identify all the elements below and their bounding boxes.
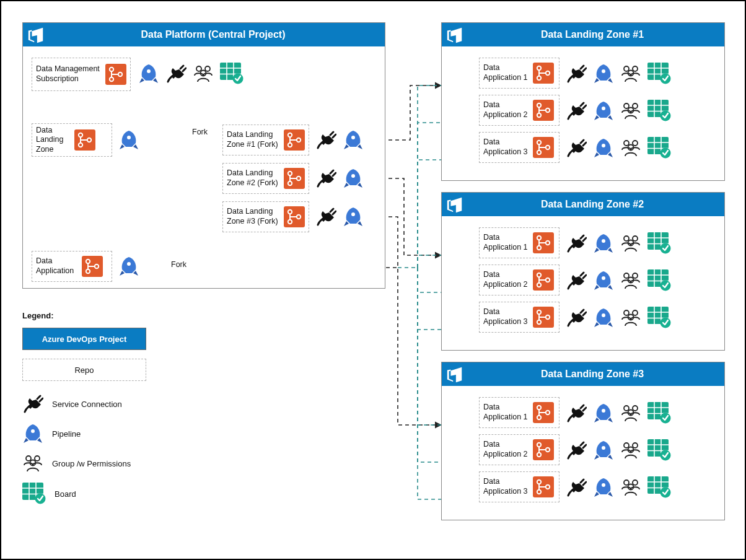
repo-label: Data Landing Zone xyxy=(36,126,74,155)
central-project-header: Data Platform (Central Project) xyxy=(23,23,385,46)
group-icon xyxy=(193,63,214,84)
service-connection-icon xyxy=(315,206,336,227)
pipeline-icon xyxy=(118,256,139,277)
pipeline-icon xyxy=(343,206,364,227)
repo-label: Data Application 2 xyxy=(483,270,533,289)
service-connection-icon xyxy=(566,63,587,84)
pipeline-icon xyxy=(343,168,364,189)
zone3-app1-icons xyxy=(566,402,671,424)
repo-fork-2: Data Landing Zone #2 (Fork) xyxy=(222,163,309,194)
zone-title: Data Landing Zone #1 xyxy=(468,29,717,40)
repo-label: Data Application 1 xyxy=(483,233,533,252)
devops-icon xyxy=(27,25,45,44)
legend-service-label: Service Connection xyxy=(52,400,122,409)
zone3-app2-icons xyxy=(566,439,671,462)
fork-label-1: Fork xyxy=(191,128,209,136)
service-connection-icon xyxy=(566,477,587,498)
repo-icon xyxy=(284,168,305,189)
group-icon xyxy=(22,453,43,474)
legend-group-row: Group /w Permissions xyxy=(22,453,183,474)
dlz-icons xyxy=(118,129,139,151)
service-connection-icon xyxy=(566,307,587,328)
pipeline-icon xyxy=(593,138,614,159)
zone2-app2: Data Application 2 xyxy=(479,265,560,295)
service-connection-icon xyxy=(566,270,587,291)
service-connection-icon xyxy=(566,403,587,424)
group-icon xyxy=(620,63,641,84)
fork2-icons xyxy=(315,168,364,189)
zone2-app1-icons xyxy=(566,232,671,255)
service-connection-icon xyxy=(22,393,43,414)
pipeline-icon xyxy=(593,403,614,424)
pipeline-icon xyxy=(593,440,614,461)
service-connection-icon xyxy=(566,138,587,159)
central-project-title: Data Platform (Central Project) xyxy=(49,29,377,40)
zone3-app3: Data Application 3 xyxy=(479,471,560,502)
legend-heading: Legend: xyxy=(22,311,183,320)
repo-label: Data Application 1 xyxy=(483,403,533,422)
repo-data-management: Data Management Subscription xyxy=(32,58,131,91)
landing-zone-2: Data Landing Zone #2 Data Application 1 … xyxy=(441,192,725,351)
group-icon xyxy=(620,233,641,254)
pipeline-icon xyxy=(22,423,43,444)
service-connection-icon xyxy=(165,63,186,84)
board-icon xyxy=(647,476,671,499)
zone-header: Data Landing Zone #2 xyxy=(442,193,724,216)
zone2-app1: Data Application 1 xyxy=(479,227,560,258)
app-icons xyxy=(118,256,139,277)
board-icon xyxy=(647,100,671,122)
repo-label: Data Landing Zone #3 (Fork) xyxy=(227,207,284,226)
repo-data-application: Data Application xyxy=(32,251,112,282)
pipeline-icon xyxy=(593,307,614,328)
zone-title: Data Landing Zone #2 xyxy=(468,199,717,210)
central-project: Data Platform (Central Project) Data Man… xyxy=(22,22,385,289)
pipeline-icon xyxy=(593,233,614,254)
fork-label-2: Fork xyxy=(170,260,188,269)
legend: Legend: Azure DevOps Project Repo Servic… xyxy=(22,311,183,514)
repo-label: Data Management Subscription xyxy=(36,64,105,84)
zone3-app2: Data Application 2 xyxy=(479,434,560,465)
repo-icon xyxy=(533,269,554,291)
zone1-app2-icons xyxy=(566,100,671,122)
group-icon xyxy=(620,477,641,498)
board-icon xyxy=(22,483,46,505)
group-icon xyxy=(620,307,641,328)
pipeline-icon xyxy=(593,477,614,498)
zone1-app3: Data Application 3 xyxy=(479,132,560,163)
board-icon xyxy=(647,439,671,462)
devops-icon xyxy=(445,25,464,44)
group-icon xyxy=(620,270,641,291)
repo-fork-1: Data Landing Zone #1 (Fork) xyxy=(222,125,309,155)
repo-label: Data Application 2 xyxy=(483,440,533,459)
devops-icon xyxy=(445,195,464,214)
legend-board-label: Board xyxy=(55,489,76,499)
zone3-app3-icons xyxy=(566,476,671,499)
repo-icon xyxy=(284,206,305,227)
repo-label: Data Application 3 xyxy=(483,307,533,326)
zone1-app1: Data Application 1 xyxy=(479,58,560,89)
diagram-canvas: Data Platform (Central Project) Data Man… xyxy=(0,0,746,560)
zone1-app2: Data Application 2 xyxy=(479,95,560,126)
zone2-app3: Data Application 3 xyxy=(479,302,560,333)
board-icon xyxy=(647,137,671,159)
service-connection-icon xyxy=(566,100,587,121)
legend-pipeline-row: Pipeline xyxy=(22,423,183,444)
zone-title: Data Landing Zone #3 xyxy=(468,369,717,380)
service-connection-icon xyxy=(566,440,587,461)
mgmt-icons xyxy=(138,63,244,85)
pipeline-icon xyxy=(118,129,139,151)
repo-label: Data Application xyxy=(36,256,82,276)
repo-label: Data Landing Zone #1 (Fork) xyxy=(227,130,284,149)
board-icon xyxy=(647,63,671,85)
repo-label: Data Application 3 xyxy=(483,138,533,157)
zone-header: Data Landing Zone #1 xyxy=(442,23,724,46)
zone2-app2-icons xyxy=(566,269,671,292)
legend-group-label: Group /w Permissions xyxy=(52,459,131,468)
repo-icon xyxy=(82,256,103,277)
pipeline-icon xyxy=(138,63,159,84)
zone1-app1-icons xyxy=(566,63,671,85)
pipeline-icon xyxy=(343,129,364,151)
board-icon xyxy=(647,269,671,292)
repo-fork-3: Data Landing Zone #3 (Fork) xyxy=(222,201,309,232)
repo-icon xyxy=(533,402,554,423)
